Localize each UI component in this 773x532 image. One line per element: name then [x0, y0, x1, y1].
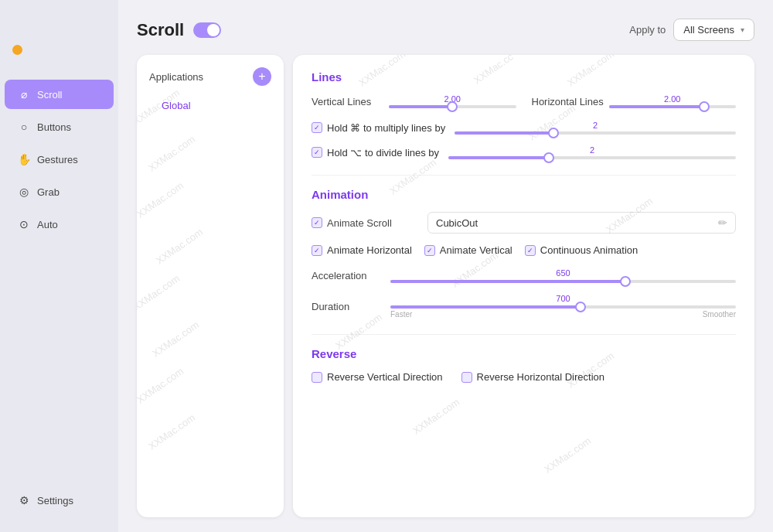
- animate-horizontal-label: Animate Horizontal: [327, 244, 412, 256]
- reverse-vertical-row: Reverse Vertical Direction: [312, 371, 443, 383]
- animation-section: Animation Animate Scroll CubicOut ✏ Anim…: [312, 188, 736, 319]
- sidebar-label-gestures: Gestures: [37, 154, 78, 165]
- vertical-lines-row: Vertical Lines 2.00: [312, 94, 516, 108]
- reverse-checkboxes: Reverse Vertical Direction Reverse Horiz…: [312, 371, 736, 383]
- lines-sliders-grid: Vertical Lines 2.00 Horizontal Lines: [312, 94, 736, 121]
- multiply-value: 2: [455, 121, 736, 130]
- divide-checkbox[interactable]: [312, 147, 322, 158]
- duration-labels: Faster Smoother: [390, 310, 736, 319]
- vertical-lines-label: Vertical Lines: [312, 96, 389, 107]
- sidebar-label-settings: Settings: [37, 495, 73, 506]
- duration-value: 700: [390, 294, 736, 303]
- animate-vertical-checkbox[interactable]: [424, 245, 435, 256]
- reverse-horizontal-checkbox[interactable]: [461, 372, 472, 383]
- edit-icon: ✏: [718, 217, 727, 229]
- apply-to-value: All Screens: [683, 24, 734, 36]
- apply-to-label: Apply to: [629, 24, 666, 36]
- animate-vertical-label: Animate Vertical: [440, 244, 512, 256]
- reverse-section-title: Reverse: [312, 347, 736, 360]
- right-panel: XXMac.com XXMac.cc XXMac.com XXMac.com X…: [293, 55, 754, 517]
- acceleration-fill: [390, 280, 625, 283]
- divide-thumb[interactable]: [543, 152, 554, 163]
- sidebar-label-grab: Grab: [37, 186, 60, 198]
- horizontal-lines-track[interactable]: [609, 105, 737, 108]
- add-application-button[interactable]: +: [253, 67, 271, 86]
- vertical-lines-thumb[interactable]: [447, 101, 458, 112]
- applications-header: Applications +: [149, 67, 271, 86]
- grab-icon: ◎: [17, 185, 31, 199]
- global-app-item[interactable]: Global: [149, 95, 271, 116]
- duration-label: Duration: [312, 301, 381, 312]
- settings-icon: ⚙: [17, 493, 31, 507]
- page-title: Scroll: [137, 20, 184, 40]
- multiply-row: Hold ⌘ to multiply lines by 2: [312, 121, 736, 135]
- multiply-thumb[interactable]: [548, 128, 559, 138]
- acceleration-row: Acceleration 650: [312, 268, 736, 283]
- multiply-fill: [455, 131, 553, 135]
- duration-track[interactable]: [390, 305, 736, 309]
- sidebar-item-grab[interactable]: ◎ Grab: [5, 177, 114, 206]
- multiply-track[interactable]: [455, 131, 736, 135]
- multiply-checkbox[interactable]: [312, 122, 322, 133]
- animate-horizontal-checkbox[interactable]: [312, 245, 322, 256]
- reverse-section: Reverse Reverse Vertical Direction Rever…: [312, 347, 736, 383]
- animate-scroll-checkbox[interactable]: [312, 217, 322, 228]
- divide-fill: [448, 156, 549, 159]
- watermark-overlay: XXMac.com XXMac.com XXMac.com XXMac.com …: [137, 55, 284, 517]
- acceleration-label: Acceleration: [312, 270, 381, 281]
- acceleration-slider-wrap: 650: [390, 268, 736, 283]
- reverse-vertical-checkbox[interactable]: [312, 372, 322, 383]
- sidebar-item-gestures[interactable]: ✋ Gestures: [5, 145, 114, 174]
- acceleration-thumb[interactable]: [620, 276, 631, 287]
- plus-icon: +: [258, 70, 265, 84]
- divide-label: Hold ⌥ to divide lines by: [327, 147, 439, 159]
- vertical-lines-fill: [389, 105, 452, 108]
- acceleration-track[interactable]: [390, 280, 736, 283]
- auto-icon: ⊙: [17, 217, 31, 231]
- gestures-icon: ✋: [17, 152, 31, 166]
- horizontal-lines-thumb[interactable]: [699, 101, 710, 112]
- sidebar-label-buttons: Buttons: [37, 121, 71, 133]
- divide-track[interactable]: [448, 156, 736, 159]
- horizontal-lines-slider-container: 2.00: [609, 94, 737, 108]
- duration-slider-wrap: 700 Faster Smoother: [390, 294, 736, 319]
- continuous-animation-checkbox[interactable]: [525, 245, 536, 256]
- animate-scroll-value-text: CubicOut: [436, 217, 478, 229]
- applications-title: Applications: [149, 71, 203, 83]
- scroll-icon: ⌀: [17, 87, 31, 101]
- animate-checkboxes-row: Animate Horizontal Animate Vertical Cont…: [312, 244, 736, 256]
- continuous-animation-row: Continuous Animation: [525, 244, 638, 256]
- divider-1: [312, 175, 736, 176]
- sidebar-item-buttons[interactable]: ○ Buttons: [5, 112, 114, 142]
- sidebar-label-auto: Auto: [37, 219, 58, 230]
- reverse-vertical-label: Reverse Vertical Direction: [327, 371, 443, 383]
- animate-vertical-row: Animate Vertical: [424, 244, 512, 256]
- horizontal-lines-fill: [609, 105, 704, 108]
- animate-scroll-value-box[interactable]: CubicOut ✏: [427, 212, 736, 234]
- sidebar-item-scroll[interactable]: ⌀ Scroll: [5, 80, 114, 109]
- animate-scroll-row: Animate Scroll CubicOut ✏: [312, 212, 736, 234]
- traffic-light: [12, 45, 22, 55]
- horizontal-lines-label: Horizontal Lines: [532, 96, 609, 107]
- lines-section-title: Lines: [312, 70, 736, 84]
- content-grid: XXMac.com XXMac.com XXMac.com XXMac.com …: [137, 55, 754, 517]
- horizontal-lines-value: 2.00: [609, 94, 737, 104]
- vertical-lines-slider-container: 2.00: [389, 94, 516, 108]
- divide-value: 2: [448, 145, 736, 155]
- applications-panel: XXMac.com XXMac.com XXMac.com XXMac.com …: [137, 55, 284, 517]
- duration-row: Duration 700 Faster Smoother: [312, 294, 736, 319]
- sidebar-item-auto[interactable]: ⊙ Auto: [5, 210, 114, 239]
- buttons-icon: ○: [17, 120, 31, 134]
- apply-to-dropdown[interactable]: All Screens ▾: [673, 19, 754, 41]
- sidebar-item-settings[interactable]: ⚙ Settings: [5, 486, 114, 515]
- continuous-animation-label: Continuous Animation: [540, 244, 638, 256]
- horizontal-lines-row: Horizontal Lines 2.00: [532, 94, 737, 108]
- divider-2: [312, 334, 736, 335]
- scroll-toggle[interactable]: [193, 22, 221, 38]
- duration-thumb[interactable]: [575, 302, 586, 312]
- divide-row: Hold ⌥ to divide lines by 2: [312, 145, 736, 159]
- main-content: Scroll Apply to All Screens ▾ XXMac.com …: [118, 0, 773, 532]
- duration-right-label: Smoother: [703, 310, 736, 319]
- reverse-horizontal-row: Reverse Horizontal Direction: [461, 371, 604, 383]
- vertical-lines-track[interactable]: [389, 105, 516, 108]
